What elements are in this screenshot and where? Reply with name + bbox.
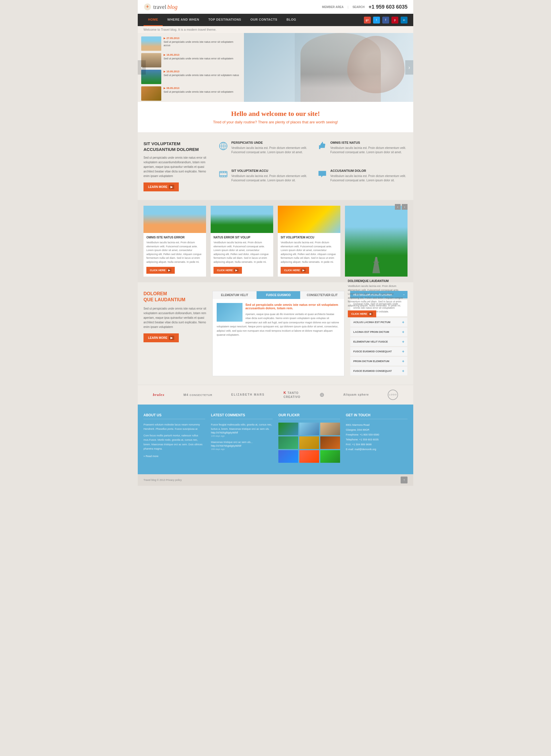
tab-consectetuer[interactable]: CONSECTETUER ELIT xyxy=(300,291,344,299)
comment-text-2: Maecenas tristique orci ac sem uls... xyxy=(211,440,272,445)
dest-text-2: Vestibulum iaculis lacinia est. Proin di… xyxy=(213,241,270,264)
social-twitter[interactable]: t xyxy=(373,17,380,24)
contact-email-link[interactable]: mail@demonik.org xyxy=(355,448,376,451)
feature-title-4: ACCUSANTIUM DOLOR xyxy=(330,169,408,172)
destinations-section: ‹ › OMNIS ISTE NATUS ERROR Vestibulum ia… xyxy=(138,200,413,282)
privacy-link[interactable]: Privacy policy xyxy=(166,479,182,482)
partner-symbol: ⊕ xyxy=(320,392,325,398)
flickr-thumb-9[interactable] xyxy=(320,450,340,463)
contact-address: 8901 Marmora Road xyxy=(346,423,408,428)
arrow-icon-d2: ▶ xyxy=(234,268,238,272)
dest-next-button[interactable]: › xyxy=(402,204,408,210)
contact-telephone: Telephone: +1 559 603 6035 xyxy=(346,437,408,442)
flickr-thumb-6[interactable] xyxy=(320,437,340,449)
member-area-link[interactable]: MEMBER AREA xyxy=(322,5,344,9)
partner-aliquam: Aliquam sphere xyxy=(343,393,369,396)
post-text-3: Sed ut perspiciatis unde omnis iste natu… xyxy=(163,73,239,77)
flickr-thumb-2[interactable] xyxy=(299,423,319,435)
footer-read-more[interactable]: » Read more xyxy=(143,455,158,458)
nav-top-destinations[interactable]: TOP DESTINATIONS xyxy=(204,14,246,26)
accordion-item-label-6: FUSCE EUISMOD CONSEQUAT xyxy=(353,369,392,372)
hero-post-1: ▶27.05.2013 Sed ut perspiciatis unde omn… xyxy=(141,36,240,51)
hero-next-button[interactable]: › xyxy=(405,60,413,75)
dest-title-1: OMNIS ISTE NATUS ERROR xyxy=(146,236,203,239)
tab-elementum[interactable]: ELEMENTUM VELIT xyxy=(213,291,256,299)
dest-img-1 xyxy=(143,206,206,233)
middle-learn-more[interactable]: LEARN MORE ▶ xyxy=(143,333,179,342)
social-linkedin[interactable]: in xyxy=(401,17,408,24)
copyright: Travel blog © 2013 xyxy=(143,479,165,482)
svg-rect-17 xyxy=(374,266,379,267)
flickr-thumb-7[interactable] xyxy=(279,450,298,463)
dest-text-4: Vestibulum iaculis lacinia est. Proin di… xyxy=(348,284,405,307)
footer-contact: GET IN TOUCH 8901 Marmora Road Glasgow, … xyxy=(346,413,408,463)
dest-btn-label-4: CLICK HERE xyxy=(351,312,367,315)
destination-card-2: NATUS ERROR SIT VOLUP Vestibulum iaculis… xyxy=(211,206,273,276)
tab-content: Sed ut perspiciatis unde omnis iste natu… xyxy=(213,299,344,341)
footer-about-text-1: Praesent volutum molestie lacus neam non… xyxy=(143,423,205,432)
post-date-3: 10.05.2013 xyxy=(166,70,179,73)
arrow-icon-3: ▶ xyxy=(163,70,165,73)
arrow-icon-d1: ▶ xyxy=(167,268,171,272)
flickr-thumb-5[interactable] xyxy=(299,437,319,449)
search-link[interactable]: SEARCH xyxy=(353,5,365,9)
contact-info: 8901 Marmora Road Glasgow, D04 89GR Free… xyxy=(346,423,408,452)
comment-link-2[interactable]: http://4769765gtdg6y96hlF xyxy=(211,445,272,447)
learn-more-label: LEARN MORE xyxy=(148,185,167,188)
dest-btn-label-1: CLICK HERE xyxy=(150,269,165,272)
contact-city: Glasgow, D04 89GR xyxy=(346,428,408,433)
separator: | xyxy=(348,5,349,9)
dest-click-4[interactable]: CLICK HERE ▶ xyxy=(348,310,376,317)
feature-title-3: SIT VOLUPTATEM ACCU xyxy=(231,169,309,172)
partner-elizabeth: ELIZABETH MARS xyxy=(231,393,264,396)
nav-home[interactable]: HOME xyxy=(143,14,163,26)
nav-our-contacts[interactable]: OUR CONTACTS xyxy=(246,14,282,26)
flickr-thumb-1[interactable] xyxy=(279,423,298,435)
feature-text-3: Vestibulum iaculis lacinia est. Proin di… xyxy=(231,174,309,182)
accordion-item-2[interactable]: LACINIA EST PROIN DICTUM + xyxy=(350,327,408,336)
post-text-1: Sed ut perspiciatis unde omnis iste natu… xyxy=(163,40,240,47)
footer-flickr: OUR FLICKR xyxy=(279,413,340,463)
partner-brulex: brulex xyxy=(153,393,165,397)
svg-text:✈: ✈ xyxy=(146,4,149,9)
dest-click-3[interactable]: CLICK HERE ▶ xyxy=(281,267,309,274)
comment-link-1[interactable]: http://47605gfdg6y96hlf xyxy=(211,431,272,434)
plus-icon-1: + xyxy=(402,320,404,324)
accordion-item-5[interactable]: PROIN DICTUM ELEMENTUM + xyxy=(350,356,408,366)
hero-main-image xyxy=(244,33,413,102)
hero-post-2: ▶16.05.2013 Sed ut perspiciatis unde omn… xyxy=(141,53,240,67)
nav-blog[interactable]: BLOG xyxy=(282,14,301,26)
post-text-2: Sed ut perspiciatis unde omnis iste natu… xyxy=(163,57,233,61)
accordion-item-label-3: ELEMENTUM VELIT FUISCE xyxy=(353,340,388,343)
logo-subtext: blog xyxy=(167,4,178,10)
dest-click-2[interactable]: CLICK HERE ▶ xyxy=(213,267,242,274)
learn-more-button[interactable]: LEARN MORE ▶ xyxy=(143,182,179,191)
social-facebook[interactable]: f xyxy=(382,17,389,24)
dest-click-1[interactable]: CLICK HERE ▶ xyxy=(146,267,175,274)
flickr-thumb-3[interactable] xyxy=(320,423,340,435)
nav-links: HOME WHERE AND WHEN TOP DESTINATIONS OUR… xyxy=(143,14,301,26)
social-google[interactable]: g+ xyxy=(364,17,371,24)
tab-fuisce[interactable]: FUISCE EUISMOD xyxy=(256,291,301,299)
hero-prev-button[interactable]: ‹ xyxy=(138,60,146,75)
flickr-thumb-8[interactable] xyxy=(299,450,319,463)
dest-prev-button[interactable]: ‹ xyxy=(395,204,401,210)
welcome-section: Hello and welcome to our site! Tired of … xyxy=(138,102,413,132)
thumb-img-4 xyxy=(141,86,161,101)
nav-where-when[interactable]: WHERE AND WHEN xyxy=(163,14,204,26)
back-to-top[interactable]: ↑ xyxy=(401,477,408,484)
dest-text-1: Vestibulum iaculis lacinia est. Proin di… xyxy=(146,241,203,264)
plus-icon-2: + xyxy=(402,330,404,334)
dest-title-3: SIT VOLUPTATEM ACCU xyxy=(281,236,338,239)
logo[interactable]: ✈ travel blog xyxy=(143,3,177,11)
accordion-item-6[interactable]: FUSCE EUISMOD CONSEQUAT + xyxy=(350,366,408,375)
accordion-item-4[interactable]: FUSCE EUISMOD CONSEQUAT + xyxy=(350,347,408,356)
arrow-icon: ▶ xyxy=(169,185,174,189)
welcome-bar: Welcome to Travel blog. It is a modern t… xyxy=(138,26,413,33)
accordion-item-3[interactable]: ELEMENTUM VELIT FUISCE + xyxy=(350,337,408,346)
flickr-thumb-4[interactable] xyxy=(279,437,298,449)
partner-logo-circle: LOGO xyxy=(388,390,398,400)
social-nav: g+ t f p in xyxy=(364,17,408,24)
feature-text-1: Vestibulum iaculis lacinia est. Proin di… xyxy=(231,146,309,154)
social-pinterest[interactable]: p xyxy=(392,17,398,24)
